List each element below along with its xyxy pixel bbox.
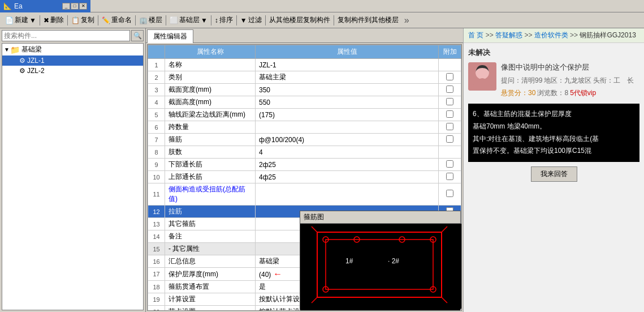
tab-bar: 属性编辑器 xyxy=(146,28,463,43)
prop-name-cell: 下部通长筋 xyxy=(165,159,256,171)
prop-checkbox[interactable] xyxy=(446,190,453,197)
sep8 xyxy=(265,15,266,25)
prop-name-cell: 计算设置 xyxy=(165,293,256,306)
new-button[interactable]: 📄 新建 ▼ xyxy=(2,14,39,27)
prop-add-cell xyxy=(439,171,461,183)
prop-name-cell: 截面宽度(mm) xyxy=(165,84,256,96)
prop-name-cell: 节点设置 xyxy=(165,306,256,311)
tree-node-jzl1[interactable]: ⚙ JZL-1 xyxy=(2,55,143,66)
arrow-indicator: ← xyxy=(273,269,282,279)
app-icon: 📐 xyxy=(3,2,12,10)
tree-node-jzl2[interactable]: ⚙ JZL-2 xyxy=(2,66,143,76)
prop-add-cell xyxy=(439,134,461,146)
tree-area: ▼ 📁 基础梁 ⚙ JZL-1 ⚙ JZL-2 xyxy=(2,43,144,310)
qa-score: 悬赏分：30 xyxy=(501,89,535,97)
prop-val-cell[interactable] xyxy=(256,183,439,206)
layer-button[interactable]: 🏢 楼层 xyxy=(136,14,165,27)
search-button[interactable]: 🔍 xyxy=(131,30,144,41)
row-num-cell: 8 xyxy=(148,146,165,159)
prop-checkbox[interactable] xyxy=(446,135,453,143)
qa-item: 像图中说明中的这个保护层 提问：清明99 地区：九龙坡区 头衔：工 长 悬赏分：… xyxy=(468,62,639,99)
app-title-bar: 📐 Ea _ □ ✕ xyxy=(0,0,90,12)
app-title: Ea xyxy=(14,2,23,10)
tree-node-jichuliangroot[interactable]: ▼ 📁 基础梁 xyxy=(2,44,143,55)
search-input[interactable] xyxy=(2,30,130,41)
base-layer-button[interactable]: ⬜ 基础层 ▼ xyxy=(167,14,210,27)
sep1 xyxy=(40,15,40,25)
prop-val-cell[interactable]: 350 xyxy=(256,84,439,96)
sort-button[interactable]: ↕ 排序 xyxy=(212,14,236,27)
copy-icon: 📋 xyxy=(71,16,80,24)
maximize-btn[interactable]: □ xyxy=(71,3,79,10)
prop-val-cell[interactable]: JZL-1 xyxy=(256,59,439,71)
prop-checkbox[interactable] xyxy=(446,98,453,105)
base-layer-icon: ⬜ xyxy=(170,16,178,24)
sep-nav3: >> xyxy=(570,31,580,39)
nav-software[interactable]: 造价软件类 xyxy=(534,31,568,39)
copy-to-other-btn[interactable]: 复制构件到其他楼层 xyxy=(335,14,401,27)
prop-checkbox[interactable] xyxy=(446,73,453,80)
gear-icon-jzl1: ⚙ xyxy=(19,57,25,65)
prop-val-cell[interactable]: 550 xyxy=(256,96,439,109)
table-row: 6跨数量 xyxy=(148,121,461,134)
col-num xyxy=(148,45,165,59)
table-row: 7箍筋ф@100/200(4) xyxy=(148,134,461,146)
prop-checkbox[interactable] xyxy=(446,110,453,118)
prop-name-cell[interactable]: 侧面构造或受扭筋(总配筋值) xyxy=(165,183,256,206)
delete-button[interactable]: ✖ 删除 xyxy=(41,14,67,27)
nav-qa[interactable]: 答疑解惑 xyxy=(495,31,522,39)
svg-rect-0 xyxy=(300,224,461,309)
row-num-cell: 14 xyxy=(148,230,165,243)
svg-text:1#: 1# xyxy=(345,257,353,265)
answer-button[interactable]: 我来回答 xyxy=(531,166,577,182)
prop-val-cell[interactable]: 4 xyxy=(256,146,439,159)
tab-attr-editor[interactable]: 属性编辑器 xyxy=(147,29,193,43)
row-num-cell: 13 xyxy=(148,218,165,230)
row-num-cell: 15 xyxy=(148,243,165,255)
black-box-line3: 其中:对往在基顶、建筑地坪标高段临土(基 xyxy=(473,133,635,146)
prop-val-cell[interactable]: 4ф25 xyxy=(256,171,439,183)
prop-name-cell: 轴线距梁左边线距离(mm) xyxy=(165,109,256,121)
nav-home[interactable]: 首 页 xyxy=(468,31,483,39)
prop-val-cell[interactable]: 基础主梁 xyxy=(256,71,439,84)
row-num-cell: 20 xyxy=(148,306,165,311)
left-panel: 🔍 ▼ 📁 基础梁 ⚙ JZL-1 ⚙ xyxy=(0,28,146,312)
prop-val-cell[interactable]: (175) xyxy=(256,109,439,121)
prop-add-cell xyxy=(439,71,461,84)
table-row: 10上部通长筋4ф25 xyxy=(148,171,461,183)
prop-add-cell xyxy=(439,109,461,121)
prop-name-cell: 其它箍筋 xyxy=(165,218,256,230)
copy-from-other-btn[interactable]: 从其他楼层复制构件 xyxy=(266,14,333,27)
minimize-btn[interactable]: _ xyxy=(62,3,70,10)
prop-name-cell: 拉筋 xyxy=(165,206,256,218)
row-num-cell: 10 xyxy=(148,171,165,183)
prop-val-cell[interactable]: ф@100/200(4) xyxy=(256,134,439,146)
col-add: 附加 xyxy=(439,45,461,59)
close-btn[interactable]: ✕ xyxy=(79,3,87,10)
copy-button[interactable]: 📋 复制 xyxy=(68,14,97,27)
rename-icon: ✏️ xyxy=(102,16,110,24)
prop-val-cell[interactable] xyxy=(256,121,439,134)
prop-checkbox[interactable] xyxy=(446,86,453,93)
sep-nav1: >> xyxy=(486,31,495,39)
row-num-cell: 3 xyxy=(148,84,165,96)
row-num-cell: 18 xyxy=(148,281,165,293)
folder-icon: 📁 xyxy=(10,45,20,54)
table-row: 5轴线距梁左边线距离(mm)(175) xyxy=(148,109,461,121)
prop-val-cell[interactable]: 2ф25 xyxy=(256,159,439,171)
prop-checkbox[interactable] xyxy=(446,173,453,180)
filter-button[interactable]: ▼ 过滤 xyxy=(237,14,265,27)
prop-checkbox[interactable] xyxy=(446,160,453,168)
row-num-cell: 9 xyxy=(148,159,165,171)
prop-name-cell: 箍筋 xyxy=(165,134,256,146)
layer-icon: 🏢 xyxy=(139,16,148,24)
tree-node-label: 基础梁 xyxy=(21,45,42,54)
row-num-cell: 1 xyxy=(148,59,165,71)
prop-checkbox[interactable] xyxy=(446,123,453,130)
tree-node-jzl1-label: JZL-1 xyxy=(27,57,45,65)
rename-button[interactable]: ✏️ 重命名 xyxy=(99,14,135,27)
sort-icon: ↕ xyxy=(215,16,218,24)
prop-name-cell: 保护层厚度(mm) xyxy=(165,268,256,281)
prop-name-cell: 肢数 xyxy=(165,146,256,159)
col-val: 属性值 xyxy=(256,45,439,59)
